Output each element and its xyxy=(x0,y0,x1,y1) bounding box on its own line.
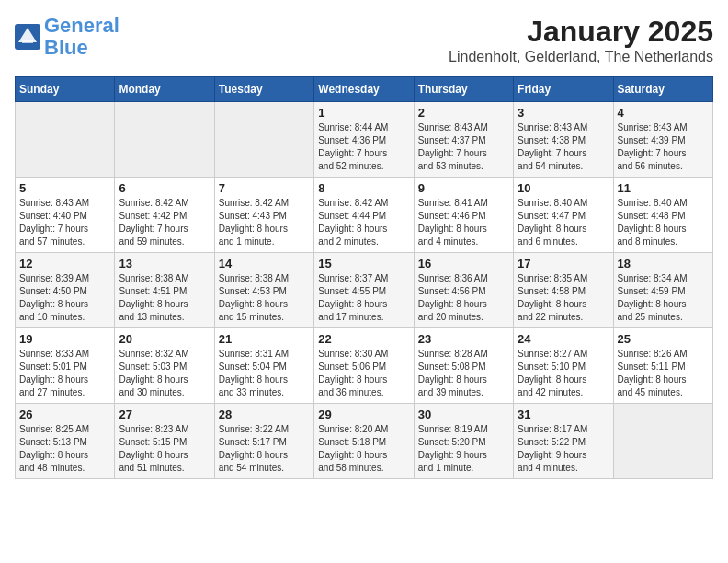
day-number: 26 xyxy=(19,408,110,421)
calendar-cell: 2Sunrise: 8:43 AM Sunset: 4:37 PM Daylig… xyxy=(414,102,513,178)
day-info: Sunrise: 8:34 AM Sunset: 4:59 PM Dayligh… xyxy=(618,272,709,324)
day-number: 10 xyxy=(518,181,609,195)
day-info: Sunrise: 8:35 AM Sunset: 4:58 PM Dayligh… xyxy=(518,272,609,324)
calendar-cell: 11Sunrise: 8:40 AM Sunset: 4:48 PM Dayli… xyxy=(613,178,712,253)
day-info: Sunrise: 8:30 AM Sunset: 5:06 PM Dayligh… xyxy=(318,348,409,399)
week-row-2: 5Sunrise: 8:43 AM Sunset: 4:40 PM Daylig… xyxy=(16,178,713,253)
day-info: Sunrise: 8:36 AM Sunset: 4:56 PM Dayligh… xyxy=(418,272,509,324)
day-info: Sunrise: 8:37 AM Sunset: 4:55 PM Dayligh… xyxy=(318,272,409,324)
day-info: Sunrise: 8:44 AM Sunset: 4:36 PM Dayligh… xyxy=(318,121,409,173)
col-monday: Monday xyxy=(115,77,214,102)
calendar-cell xyxy=(214,102,313,178)
calendar-cell: 1Sunrise: 8:44 AM Sunset: 4:36 PM Daylig… xyxy=(314,102,414,178)
day-number: 1 xyxy=(318,106,409,120)
calendar-cell: 19Sunrise: 8:33 AM Sunset: 5:01 PM Dayli… xyxy=(16,328,115,404)
day-number: 23 xyxy=(418,332,509,346)
calendar-cell: 24Sunrise: 8:27 AM Sunset: 5:10 PM Dayli… xyxy=(514,328,613,404)
day-info: Sunrise: 8:42 AM Sunset: 4:43 PM Dayligh… xyxy=(219,197,310,248)
day-number: 25 xyxy=(618,332,709,346)
day-number: 21 xyxy=(219,332,310,346)
day-info: Sunrise: 8:42 AM Sunset: 4:42 PM Dayligh… xyxy=(119,197,210,248)
day-info: Sunrise: 8:43 AM Sunset: 4:37 PM Dayligh… xyxy=(418,121,509,173)
logo-general: General xyxy=(44,14,119,37)
calendar-cell: 4Sunrise: 8:43 AM Sunset: 4:39 PM Daylig… xyxy=(613,102,712,178)
calendar-cell: 5Sunrise: 8:43 AM Sunset: 4:40 PM Daylig… xyxy=(16,178,115,253)
calendar-cell: 6Sunrise: 8:42 AM Sunset: 4:42 PM Daylig… xyxy=(115,178,214,253)
calendar-cell: 30Sunrise: 8:19 AM Sunset: 5:20 PM Dayli… xyxy=(414,404,513,479)
header: General Blue January 2025 Lindenholt, Ge… xyxy=(15,15,713,65)
day-info: Sunrise: 8:25 AM Sunset: 5:13 PM Dayligh… xyxy=(19,423,110,475)
calendar-cell: 7Sunrise: 8:42 AM Sunset: 4:43 PM Daylig… xyxy=(214,178,313,253)
calendar-cell: 28Sunrise: 8:22 AM Sunset: 5:17 PM Dayli… xyxy=(214,404,313,479)
week-row-3: 12Sunrise: 8:39 AM Sunset: 4:50 PM Dayli… xyxy=(16,253,713,328)
col-thursday: Thursday xyxy=(414,77,513,102)
calendar-cell: 18Sunrise: 8:34 AM Sunset: 4:59 PM Dayli… xyxy=(613,253,712,328)
day-info: Sunrise: 8:42 AM Sunset: 4:44 PM Dayligh… xyxy=(318,197,409,248)
calendar-cell xyxy=(16,102,115,178)
day-info: Sunrise: 8:22 AM Sunset: 5:17 PM Dayligh… xyxy=(219,423,310,475)
calendar-cell: 9Sunrise: 8:41 AM Sunset: 4:46 PM Daylig… xyxy=(414,178,513,253)
day-info: Sunrise: 8:23 AM Sunset: 5:15 PM Dayligh… xyxy=(119,423,210,475)
day-number: 2 xyxy=(418,106,509,120)
day-info: Sunrise: 8:43 AM Sunset: 4:39 PM Dayligh… xyxy=(618,121,709,173)
day-number: 28 xyxy=(219,408,310,421)
title-block: January 2025 Lindenholt, Gelderland, The… xyxy=(449,15,713,65)
calendar-cell: 31Sunrise: 8:17 AM Sunset: 5:22 PM Dayli… xyxy=(514,404,613,479)
logo-icon xyxy=(15,24,40,50)
calendar-cell: 8Sunrise: 8:42 AM Sunset: 4:44 PM Daylig… xyxy=(314,178,414,253)
day-number: 5 xyxy=(19,181,110,195)
col-friday: Friday xyxy=(514,77,613,102)
day-number: 18 xyxy=(618,257,709,270)
day-number: 20 xyxy=(119,332,210,346)
day-number: 15 xyxy=(318,257,409,270)
day-number: 11 xyxy=(618,181,709,195)
logo-blue: Blue xyxy=(44,37,119,59)
calendar-cell: 23Sunrise: 8:28 AM Sunset: 5:08 PM Dayli… xyxy=(414,328,513,404)
day-info: Sunrise: 8:39 AM Sunset: 4:50 PM Dayligh… xyxy=(19,272,110,324)
day-info: Sunrise: 8:38 AM Sunset: 4:51 PM Dayligh… xyxy=(119,272,210,324)
day-number: 9 xyxy=(418,181,509,195)
day-info: Sunrise: 8:28 AM Sunset: 5:08 PM Dayligh… xyxy=(418,348,509,399)
calendar-table: SundayMondayTuesdayWednesdayThursdayFrid… xyxy=(15,76,713,479)
day-number: 13 xyxy=(119,257,210,270)
day-number: 6 xyxy=(119,181,210,195)
day-number: 14 xyxy=(219,257,310,270)
day-info: Sunrise: 8:31 AM Sunset: 5:04 PM Dayligh… xyxy=(219,348,310,399)
day-number: 19 xyxy=(19,332,110,346)
col-saturday: Saturday xyxy=(613,77,712,102)
calendar-cell: 10Sunrise: 8:40 AM Sunset: 4:47 PM Dayli… xyxy=(514,178,613,253)
day-number: 31 xyxy=(518,408,609,421)
day-info: Sunrise: 8:41 AM Sunset: 4:46 PM Dayligh… xyxy=(418,197,509,248)
calendar-cell: 20Sunrise: 8:32 AM Sunset: 5:03 PM Dayli… xyxy=(115,328,214,404)
day-number: 8 xyxy=(318,181,409,195)
day-info: Sunrise: 8:43 AM Sunset: 4:40 PM Dayligh… xyxy=(19,197,110,248)
page-title: January 2025 xyxy=(449,15,713,49)
calendar-cell: 16Sunrise: 8:36 AM Sunset: 4:56 PM Dayli… xyxy=(414,253,513,328)
calendar-cell: 12Sunrise: 8:39 AM Sunset: 4:50 PM Dayli… xyxy=(16,253,115,328)
svg-rect-2 xyxy=(22,40,33,43)
week-row-5: 26Sunrise: 8:25 AM Sunset: 5:13 PM Dayli… xyxy=(16,404,713,479)
calendar-cell: 13Sunrise: 8:38 AM Sunset: 4:51 PM Dayli… xyxy=(115,253,214,328)
logo-text: General Blue xyxy=(44,15,119,59)
day-number: 27 xyxy=(119,408,210,421)
col-sunday: Sunday xyxy=(16,77,115,102)
day-number: 12 xyxy=(19,257,110,270)
calendar-body: 1Sunrise: 8:44 AM Sunset: 4:36 PM Daylig… xyxy=(16,102,713,479)
header-row: SundayMondayTuesdayWednesdayThursdayFrid… xyxy=(16,77,713,102)
day-info: Sunrise: 8:40 AM Sunset: 4:47 PM Dayligh… xyxy=(518,197,609,248)
calendar-cell xyxy=(115,102,214,178)
calendar-cell: 15Sunrise: 8:37 AM Sunset: 4:55 PM Dayli… xyxy=(314,253,414,328)
day-number: 30 xyxy=(418,408,509,421)
day-info: Sunrise: 8:20 AM Sunset: 5:18 PM Dayligh… xyxy=(318,423,409,475)
day-info: Sunrise: 8:17 AM Sunset: 5:22 PM Dayligh… xyxy=(518,423,609,475)
calendar-cell: 27Sunrise: 8:23 AM Sunset: 5:15 PM Dayli… xyxy=(115,404,214,479)
col-tuesday: Tuesday xyxy=(214,77,313,102)
calendar-cell: 25Sunrise: 8:26 AM Sunset: 5:11 PM Dayli… xyxy=(613,328,712,404)
page: General Blue January 2025 Lindenholt, Ge… xyxy=(0,0,728,494)
calendar-cell: 29Sunrise: 8:20 AM Sunset: 5:18 PM Dayli… xyxy=(314,404,414,479)
day-number: 3 xyxy=(518,106,609,120)
logo: General Blue xyxy=(15,15,119,59)
calendar-cell: 3Sunrise: 8:43 AM Sunset: 4:38 PM Daylig… xyxy=(514,102,613,178)
calendar-cell: 26Sunrise: 8:25 AM Sunset: 5:13 PM Dayli… xyxy=(16,404,115,479)
calendar-cell: 22Sunrise: 8:30 AM Sunset: 5:06 PM Dayli… xyxy=(314,328,414,404)
